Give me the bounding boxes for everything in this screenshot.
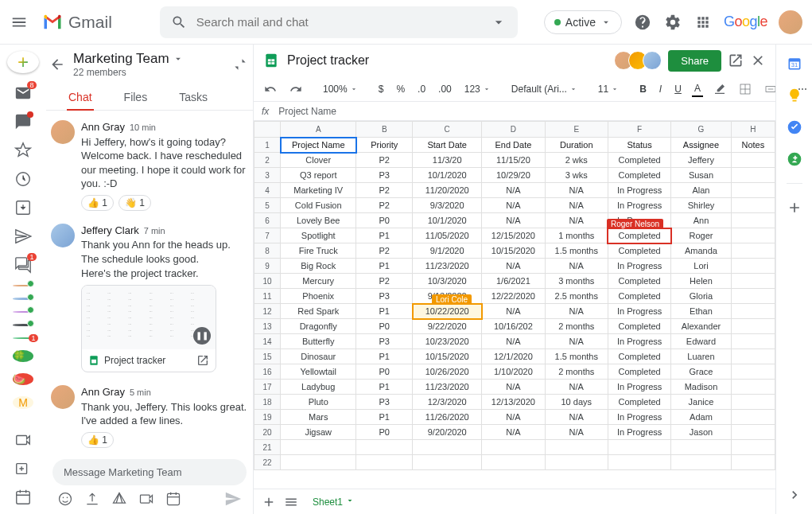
cell[interactable]: 3 wks: [545, 168, 608, 183]
collaborator-avatars[interactable]: [619, 51, 662, 70]
cell[interactable]: 3 months: [545, 274, 608, 289]
contacts-addon-icon[interactable]: [787, 151, 802, 167]
mail-icon[interactable]: 8: [14, 84, 32, 102]
row-header[interactable]: 10: [254, 274, 281, 289]
formula-value[interactable]: Project Name: [278, 106, 336, 117]
reaction-chip[interactable]: 👍 1: [81, 432, 114, 448]
column-header[interactable]: F: [608, 122, 670, 138]
cell[interactable]: [413, 440, 482, 455]
cell[interactable]: [731, 198, 775, 213]
cell[interactable]: P1: [356, 259, 413, 274]
cell[interactable]: P2: [356, 243, 413, 259]
cell[interactable]: 9/1/2020: [413, 243, 482, 259]
settings-icon[interactable]: [663, 13, 682, 32]
cell[interactable]: Completed: [608, 243, 670, 259]
spreadsheet[interactable]: ABCDEFGH1Project NamePriorityStart DateE…: [254, 121, 775, 489]
column-header[interactable]: G: [671, 122, 731, 138]
chevron-down-icon[interactable]: [173, 53, 184, 64]
cell[interactable]: [731, 243, 775, 259]
cell[interactable]: Ladybug: [281, 380, 356, 395]
search-input[interactable]: [196, 15, 481, 29]
cell[interactable]: 10/16/202: [482, 319, 545, 334]
cell[interactable]: 12/22/2020: [482, 289, 545, 304]
menu-icon[interactable]: [10, 13, 29, 32]
cell[interactable]: N/A: [545, 198, 608, 213]
cell[interactable]: P3: [356, 289, 413, 304]
cell[interactable]: [731, 289, 775, 304]
cell[interactable]: 1/10/2020: [482, 364, 545, 380]
cell[interactable]: In Progress: [608, 425, 670, 440]
cell[interactable]: [356, 455, 413, 470]
cell[interactable]: N/A: [545, 304, 608, 319]
cell[interactable]: P2: [356, 153, 413, 168]
header-cell[interactable]: End Date: [482, 138, 545, 153]
cell[interactable]: Yellowtail: [281, 364, 356, 380]
collapse-icon[interactable]: [232, 56, 248, 72]
cell[interactable]: Completed: [608, 395, 670, 410]
cell[interactable]: Luaren: [671, 349, 731, 364]
cell[interactable]: Ann: [671, 213, 731, 228]
cell[interactable]: N/A: [545, 410, 608, 425]
cell[interactable]: P3: [356, 395, 413, 410]
cell[interactable]: P0: [356, 364, 413, 380]
cell[interactable]: Butterfly: [281, 334, 356, 349]
search-box[interactable]: [160, 6, 518, 38]
cell[interactable]: 2 months: [545, 364, 608, 380]
back-arrow-icon[interactable]: [49, 56, 65, 72]
tab-tasks[interactable]: Tasks: [177, 86, 209, 110]
cell[interactable]: Adam: [671, 410, 731, 425]
cell[interactable]: Fire Truck: [281, 243, 356, 259]
cell[interactable]: Shirley: [671, 198, 731, 213]
cell[interactable]: P3: [356, 334, 413, 349]
cell[interactable]: N/A: [482, 213, 545, 228]
cell[interactable]: 10/3/2020: [413, 274, 482, 289]
cell[interactable]: [731, 319, 775, 334]
cell[interactable]: Pluto: [281, 395, 356, 410]
column-header[interactable]: H: [731, 122, 775, 138]
cell[interactable]: P1: [356, 380, 413, 395]
cell[interactable]: [731, 153, 775, 168]
cell[interactable]: 11/3/20: [413, 153, 482, 168]
sheet-tab[interactable]: Sheet1: [306, 493, 361, 511]
upload-icon[interactable]: [84, 491, 100, 507]
cell[interactable]: 9/20/2020: [413, 425, 482, 440]
close-icon[interactable]: [750, 53, 766, 68]
cell[interactable]: Completed: [608, 349, 670, 364]
archive-icon[interactable]: [14, 199, 32, 216]
row-header[interactable]: 6: [254, 213, 281, 228]
cell[interactable]: 1.5 months: [545, 349, 608, 364]
font-select[interactable]: Default (Ari...: [509, 82, 580, 96]
reaction-chip[interactable]: 👍 1: [81, 195, 114, 211]
cell[interactable]: 1/6/2021: [482, 274, 545, 289]
cell[interactable]: Q3 report: [281, 168, 356, 183]
column-header[interactable]: B: [356, 122, 413, 138]
row-header[interactable]: 12: [254, 304, 281, 319]
cell[interactable]: Susan: [671, 168, 731, 183]
cell[interactable]: 12/1/2020: [482, 349, 545, 364]
row-header[interactable]: 1: [254, 138, 281, 153]
group-avatar[interactable]: 🍉: [13, 373, 33, 385]
cell[interactable]: Dragonfly: [281, 319, 356, 334]
cell[interactable]: [731, 455, 775, 470]
tab-chat[interactable]: Chat: [67, 86, 94, 110]
cell[interactable]: 1 months: [545, 228, 608, 243]
cell[interactable]: Completed: [608, 274, 670, 289]
cell[interactable]: 11/26/2020: [413, 410, 482, 425]
cell[interactable]: Completed: [608, 228, 670, 243]
pause-icon[interactable]: ❚❚: [193, 327, 211, 345]
cell[interactable]: Mars: [281, 410, 356, 425]
cell[interactable]: P3: [356, 168, 413, 183]
cell[interactable]: 2 wks: [545, 153, 608, 168]
all-sheets-icon[interactable]: [284, 495, 298, 509]
doc-title[interactable]: Project tracker: [287, 53, 369, 68]
cell[interactable]: 11/15/20: [482, 153, 545, 168]
rooms-icon[interactable]: 1: [14, 256, 32, 274]
cell[interactable]: 12/3/2020: [413, 395, 482, 410]
cell[interactable]: Janice: [671, 395, 731, 410]
cell[interactable]: [608, 455, 670, 470]
chat-icon[interactable]: [14, 113, 32, 130]
cell[interactable]: N/A: [482, 259, 545, 274]
cell[interactable]: [731, 334, 775, 349]
cell[interactable]: [731, 183, 775, 198]
cell[interactable]: 9/22/2020: [413, 319, 482, 334]
